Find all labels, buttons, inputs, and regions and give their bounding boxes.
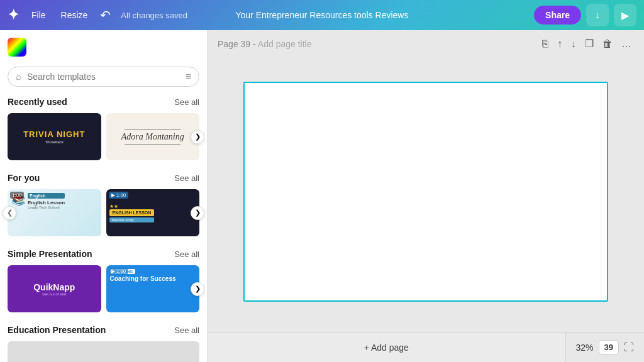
move-down-button[interactable]: ↓ [569,35,579,52]
english-lesson-2-card[interactable]: ★★ ENGLISH LESSON Teacher Andy ▶ 1:00 [106,189,200,236]
coaching-card[interactable]: COACHING Coaching for Success ▶ 1:00 [106,265,200,312]
simple-presentation-title: Simple Presentation [8,249,92,259]
education-presentation-row [8,341,199,362]
nav-right-actions: Share ↓ ▶ [534,4,636,26]
color-swatch[interactable] [8,38,26,57]
page-title-placeholder[interactable]: Add page title [258,39,312,49]
left-panel: ⌕ ≡ Recently used See all TRIVIA NIGHT T… [0,30,208,362]
undo-button[interactable]: ↶ [97,5,113,25]
for-you-header: For you See all [8,173,199,183]
simple-presentation-row: QuikNapp Get out of bed COACHING Coachin… [8,265,199,312]
document-title: Your Entrepreneur Resources tools Review… [236,10,409,20]
recently-used-header: Recently used See all [8,97,199,107]
canvas-wrapper [208,57,644,332]
trivia-title: TRIVIA NIGHT [23,129,85,140]
english2-stars: ★★ [109,204,155,209]
recently-used-title: Recently used [8,97,67,107]
quiknapp-card[interactable]: QuikNapp Get out of bed [8,265,101,312]
adora-line-bottom [125,144,180,145]
page-separator: - [253,39,258,49]
simple-presentation-next-button[interactable]: ❯ [191,282,204,296]
for-you-title: For you [8,173,40,183]
duplicate-page-button[interactable]: ⎘ [540,35,551,52]
recently-used-see-all[interactable]: See all [174,97,199,107]
duration-badge-2: ▶ 1:00 [109,192,129,199]
recently-used-row: TRIVIA NIGHT Throwback Adora Montaning ❯ [8,113,199,160]
english2-text: ENGLISH LESSON [113,211,152,215]
add-page-label: + Add page [364,343,409,353]
canvas-toolbar: Page 39 - Add page title ⎘ ↑ ↓ ❐ 🗑 … [208,30,644,57]
page-number-label: Page 39 [218,39,250,49]
quiknapp-content: QuikNapp Get out of bed [33,282,75,296]
zoom-controls: 32% 39 ⛶ [566,340,645,354]
search-icon: ⌕ [16,71,22,82]
app-logo: ✦ [8,7,19,23]
english2-teacher: Teacher Andy [109,217,155,222]
file-menu-button[interactable]: File [26,8,51,23]
quiknapp-thumb: QuikNapp Get out of bed [8,265,101,312]
coaching-duration-badge: ▶ 1:00 [109,268,129,275]
english-content: English English Lesson Leads Tech School [28,193,65,209]
top-navigation: ✦ File Resize ↶ All changes saved Your E… [0,0,644,30]
adora-line-top [125,129,180,130]
resize-button[interactable]: Resize [56,8,93,23]
toolbar-icons: ⎘ ↑ ↓ ❐ 🗑 … [540,35,634,52]
adora-thumb: Adora Montaning [106,113,200,160]
trivia-thumb: TRIVIA NIGHT Throwback [8,113,101,160]
simple-presentation-header: Simple Presentation See all [8,249,199,259]
add-page-button[interactable]: + Add page [208,332,566,362]
delete-page-button[interactable]: 🗑 [600,35,615,52]
trivia-template-card[interactable]: TRIVIA NIGHT Throwback [8,113,101,160]
education-presentation-see-all[interactable]: See all [174,326,199,335]
english-badge: English [28,193,65,199]
main-layout: ⌕ ≡ Recently used See all TRIVIA NIGHT T… [0,30,644,362]
duration-badge-1: 1:00 [10,192,24,199]
copy-page-button[interactable]: ❐ [582,35,596,52]
download-button[interactable]: ↓ [586,4,609,26]
english-lesson-1-card[interactable]: 📚 English English Lesson Leads Tech Scho… [8,189,101,236]
adora-template-card[interactable]: Adora Montaning [106,113,200,160]
panel-collapse-button[interactable]: ❮ [3,206,16,220]
page-number-badge: 39 [599,340,619,354]
canvas-area: Page 39 - Add page title ⎘ ↑ ↓ ❐ 🗑 … + A… [208,30,644,362]
quiknapp-sub: Get out of bed [33,292,75,296]
more-options-button[interactable]: … [619,35,634,52]
english-sub: Leads Tech School [28,206,65,209]
english2-yellow-badge: ENGLISH LESSON [109,209,155,216]
page-label: Page 39 - Add page title [218,39,311,49]
fullscreen-button[interactable]: ⛶ [624,342,634,353]
for-you-row: 📚 English English Lesson Leads Tech Scho… [8,189,199,236]
simple-presentation-see-all[interactable]: See all [174,250,199,259]
search-bar: ⌕ ≡ [8,67,199,87]
education-presentation-header: Education Presentation See all [8,325,199,335]
share-button[interactable]: Share [534,6,581,25]
move-up-button[interactable]: ↑ [555,35,565,52]
canvas-bottom-bar: + Add page 32% 39 ⛶ [208,332,644,362]
coaching-title: Coaching for Success [110,275,176,283]
canvas-slide[interactable] [243,82,608,302]
education-presentation-title: Education Presentation [8,325,106,335]
zoom-level: 32% [576,343,594,353]
filter-icon[interactable]: ≡ [186,71,191,82]
recently-used-next-button[interactable]: ❯ [191,130,204,144]
for-you-see-all[interactable]: See all [174,173,199,183]
for-you-next-button[interactable]: ❯ [191,206,204,220]
quiknapp-title: QuikNapp [33,282,75,292]
present-button[interactable]: ▶ [614,4,636,26]
search-input[interactable] [27,72,180,82]
trivia-sub: Throwback [45,140,64,144]
english-label: English Lesson [28,200,65,206]
english2-content: ★★ ENGLISH LESSON Teacher Andy [109,204,155,222]
adora-name: Adora Montaning [121,132,184,142]
